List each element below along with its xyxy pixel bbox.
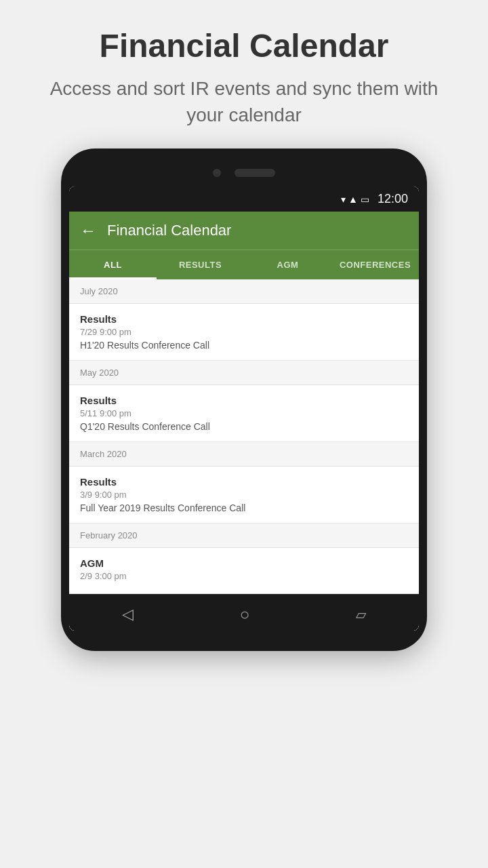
status-time: 12:00: [378, 192, 408, 206]
event-description: Full Year 2019 Results Conference Call: [80, 502, 408, 513]
battery-icon: ▭: [361, 194, 369, 205]
event-type: Results: [80, 313, 408, 325]
tab-all[interactable]: ALL: [69, 250, 157, 279]
page-title: Financial Calendar: [41, 27, 447, 64]
status-icons: ▾ ▲ ▭: [341, 194, 369, 205]
phone-mockup: ▾ ▲ ▭ 12:00 ← Financial Calendar ALL RES…: [61, 149, 427, 651]
event-datetime: 5/11 9:00 pm: [80, 408, 408, 418]
nav-home-button[interactable]: [240, 605, 250, 624]
nav-recent-button[interactable]: [356, 606, 366, 623]
event-datetime: 2/9 3:00 pm: [80, 571, 408, 581]
list-item[interactable]: AGM 2/9 3:00 pm: [69, 548, 419, 594]
month-header-february: February 2020: [69, 524, 419, 548]
event-description: H1'20 Results Conference Call: [80, 340, 408, 351]
list-item[interactable]: Results 5/11 9:00 pm Q1'20 Results Confe…: [69, 385, 419, 442]
event-datetime: 3/9 9:00 pm: [80, 490, 408, 500]
phone-camera: [213, 169, 221, 177]
app-bar: ← Financial Calendar: [69, 212, 419, 250]
month-header-july: July 2020: [69, 279, 419, 304]
list-item[interactable]: Results 7/29 9:00 pm H1'20 Results Confe…: [69, 304, 419, 361]
tab-results[interactable]: RESULTS: [157, 250, 244, 279]
list-item[interactable]: Results 3/9 9:00 pm Full Year 2019 Resul…: [69, 467, 419, 524]
page-header: Financial Calendar Access and sort IR ev…: [0, 0, 488, 149]
event-description: Q1'20 Results Conference Call: [80, 421, 408, 432]
event-type: Results: [80, 476, 408, 488]
month-header-march: March 2020: [69, 442, 419, 467]
tabs-container: ALL RESULTS AGM CONFERENCES: [69, 250, 419, 279]
phone-speaker: [235, 169, 275, 177]
event-list: July 2020 Results 7/29 9:00 pm H1'20 Res…: [69, 279, 419, 594]
tab-agm[interactable]: AGM: [244, 250, 331, 279]
event-type: AGM: [80, 557, 408, 569]
signal-icon: ▲: [348, 194, 358, 205]
month-header-may: May 2020: [69, 361, 419, 385]
back-button[interactable]: ←: [80, 221, 96, 240]
app-bar-title: Financial Calendar: [107, 222, 231, 239]
event-datetime: 7/29 9:00 pm: [80, 327, 408, 337]
page-subtitle: Access and sort IR events and sync them …: [41, 75, 447, 128]
phone-screen: ▾ ▲ ▭ 12:00 ← Financial Calendar ALL RES…: [69, 186, 419, 631]
phone-top: [69, 162, 419, 186]
tab-conferences[interactable]: CONFERENCES: [331, 250, 419, 279]
phone-nav: [69, 594, 419, 631]
nav-back-button[interactable]: [122, 606, 134, 623]
wifi-icon: ▾: [341, 194, 346, 205]
event-type: Results: [80, 395, 408, 406]
status-bar: ▾ ▲ ▭ 12:00: [69, 186, 419, 212]
